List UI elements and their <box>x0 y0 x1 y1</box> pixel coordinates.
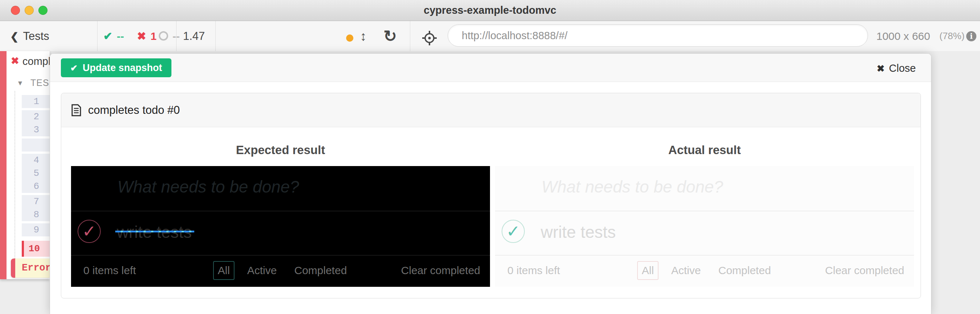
pending-stat: -- <box>159 21 180 51</box>
viewport-indicator: ↕ <box>346 21 366 51</box>
pending-count: -- <box>172 30 180 42</box>
url-text: http://localhost:8888/#/ <box>462 25 868 46</box>
failed-test-strip <box>0 51 6 279</box>
expected-snapshot-image: What needs to be done? ✓ write tests 0 i… <box>71 166 490 287</box>
items-left-label: 0 items left <box>508 261 560 280</box>
test-duration: 1.47 <box>183 21 205 51</box>
code-line: 3 <box>22 123 50 136</box>
section-label: TES <box>30 78 49 88</box>
line-number: 4 <box>22 154 39 167</box>
filter-active: Active <box>247 261 277 280</box>
diff-panel: completes todo #0 Expected result Actual… <box>61 93 921 298</box>
line-number: 5 <box>22 167 39 180</box>
clear-completed-label: Clear completed <box>825 261 904 280</box>
line-number: 7 <box>22 195 39 208</box>
passed-check-icon: ✔ <box>103 30 112 42</box>
line-number: 8 <box>22 208 39 221</box>
url-bar[interactable]: http://localhost:8888/#/ <box>448 24 868 47</box>
todo-check-icon: ✓ <box>82 222 96 241</box>
viewport-dot-icon <box>346 35 353 42</box>
test-failed-icon: ✖ <box>11 55 19 67</box>
code-line: 2 c <box>22 110 50 123</box>
toolbar-divider <box>215 21 216 51</box>
toolbar-divider <box>97 21 97 51</box>
passed-stat: ✔-- <box>103 21 124 51</box>
selector-playground-button[interactable] <box>422 29 437 44</box>
code-line-error: 10 <box>22 241 50 257</box>
code-line: 6 <box>22 180 50 193</box>
back-to-tests-label: Tests <box>23 30 49 42</box>
caret-down-icon: ▾ <box>18 78 22 88</box>
app-window: cypress-example-todomvc ❮Tests ✔-- ✖1 --… <box>0 0 980 314</box>
line-number: 3 <box>22 123 39 136</box>
reporter-sidebar: ✖ compl ▾ TES 1 v 2 c 3 c 4 c 5 <box>0 51 50 279</box>
filter-all: All <box>213 261 234 280</box>
close-icon: ✖ <box>877 63 885 74</box>
line-number: 10 <box>22 241 40 257</box>
failed-count: 1 <box>150 30 157 42</box>
viewport-info-icon[interactable]: i <box>966 31 976 41</box>
filter-completed: Completed <box>718 261 771 280</box>
divider <box>71 210 490 211</box>
code-line: 4 c <box>22 154 50 167</box>
line-number: 1 <box>22 95 39 108</box>
snapshot-diff-modal: ✔Update snapshot ✖Close completes todo #… <box>50 53 931 314</box>
line-number: 2 <box>22 110 39 123</box>
code-line: 8 <box>22 208 50 221</box>
error-banner: Error: <box>11 258 50 278</box>
code-line: 9 c <box>22 223 50 236</box>
document-icon <box>72 104 81 116</box>
update-snapshot-button[interactable]: ✔Update snapshot <box>61 58 172 77</box>
line-number: 6 <box>22 180 39 193</box>
code-line: c <box>22 139 50 151</box>
error-label: Error: <box>22 258 50 278</box>
clear-completed-label: Clear completed <box>401 261 480 280</box>
updown-arrow-icon: ↕ <box>360 29 366 43</box>
titlebar: cypress-example-todomvc <box>0 0 980 21</box>
modal-header: ✔Update snapshot ✖Close <box>50 54 931 82</box>
todo-item-text: write tests <box>541 222 616 242</box>
indent-guide-line <box>14 91 15 258</box>
back-to-tests-button[interactable]: ❮Tests <box>10 21 49 51</box>
filter-completed: Completed <box>294 261 347 280</box>
crosshair-icon <box>422 30 437 46</box>
todo-toggle-icon: ✓ <box>501 220 525 243</box>
test-title-label: compl <box>22 56 50 67</box>
toolbar-divider <box>410 21 410 51</box>
viewport-size-label: 1000 x 660 <box>877 21 930 51</box>
todo-check-icon: ✓ <box>506 222 520 241</box>
divider <box>495 255 914 256</box>
diff-panel-header: completes todo #0 <box>61 93 921 127</box>
failed-stat: ✖1 <box>137 21 157 51</box>
back-chevron-icon: ❮ <box>10 31 19 42</box>
refresh-icon: ↻ <box>383 27 397 45</box>
code-line: 7 c <box>22 195 50 208</box>
reload-button[interactable]: ↻ <box>383 21 397 51</box>
update-snapshot-label: Update snapshot <box>83 62 162 73</box>
code-line: 5 <box>22 167 50 180</box>
todo-toggle-icon: ✓ <box>78 220 101 243</box>
check-icon: ✔ <box>70 63 78 73</box>
failed-cross-icon: ✖ <box>137 30 146 42</box>
code-line: 1 v <box>22 95 50 108</box>
runner-toolbar: ❮Tests ✔-- ✖1 -- 1.47 ↕ ↻ <box>0 21 980 51</box>
line-number: 9 <box>22 223 39 236</box>
diff-test-title: completes todo #0 <box>88 93 180 127</box>
expected-result-header: Expected result <box>71 143 490 157</box>
close-label: Close <box>889 62 916 74</box>
viewport-zoom-label: (78%) <box>939 21 964 51</box>
window-title: cypress-example-todomvc <box>0 0 980 21</box>
actual-snapshot-image: What needs to be done? ✓ write tests 0 i… <box>495 166 914 287</box>
divider <box>495 210 914 211</box>
error-accent-bar <box>11 258 15 278</box>
todo-input-placeholder: What needs to be done? <box>541 177 723 196</box>
todo-input-placeholder: What needs to be done? <box>118 177 299 196</box>
pending-circle-icon <box>159 31 168 41</box>
strikethrough-line <box>115 231 194 233</box>
passed-count: -- <box>117 30 124 42</box>
filter-active: Active <box>671 261 701 280</box>
close-modal-button[interactable]: ✖Close <box>875 54 918 82</box>
filter-all: All <box>637 261 659 280</box>
items-left-label: 0 items left <box>83 261 136 280</box>
divider <box>71 255 490 256</box>
